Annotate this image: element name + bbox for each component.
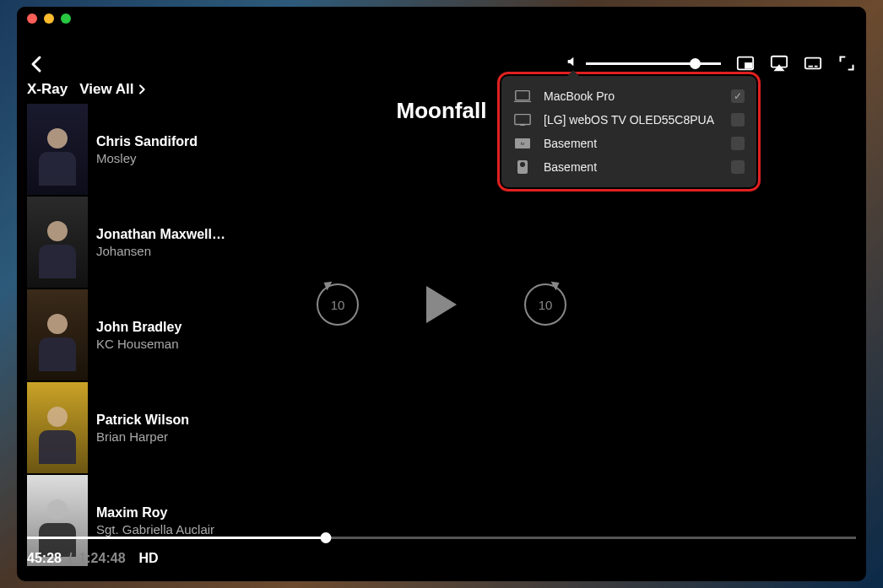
svg-rect-7: [516, 91, 530, 100]
airplay-checkbox[interactable]: [731, 89, 745, 103]
cast-text: Chris Sandiford Mosley: [96, 134, 198, 165]
fullscreen-button[interactable]: [837, 54, 856, 73]
back-button[interactable]: [27, 54, 51, 78]
volume-slider[interactable]: [586, 62, 721, 65]
cast-photo: [27, 104, 88, 195]
airplay-device-name: Basement: [544, 137, 719, 150]
pip-button[interactable]: [736, 54, 755, 73]
player-content: X-Ray View All Chris Sandiford Mosley Jo…: [17, 30, 866, 581]
play-button[interactable]: [426, 286, 457, 323]
cast-text: Jonathan Maxwell… Johansen: [96, 227, 225, 258]
skip-forward-button[interactable]: 10: [524, 283, 566, 326]
airplay-device-name: MacBook Pro: [544, 89, 719, 103]
player-window: X-Ray View All Chris Sandiford Mosley Jo…: [17, 7, 866, 581]
captions-button[interactable]: [804, 54, 822, 73]
cast-list: Chris Sandiford Mosley Jonathan Maxwell……: [27, 103, 263, 567]
titlebar: [17, 7, 866, 30]
skip-forward-label: 10: [539, 298, 553, 312]
cast-item[interactable]: Patrick Wilson Brian Harper: [27, 381, 263, 474]
top-right-controls: [566, 54, 856, 73]
time-separator: /: [68, 551, 72, 566]
role-name: Sgt. Gabriella Auclair: [96, 522, 214, 537]
svg-marker-3: [775, 66, 783, 71]
actor-name: Patrick Wilson: [96, 413, 189, 428]
airplay-device-popup: MacBook Pro [LG] webOS TV OLED55C8PUA tv…: [501, 76, 756, 187]
airplay-checkbox[interactable]: [731, 160, 745, 174]
volume-icon: [566, 55, 579, 72]
movie-title: Moonfall: [397, 98, 487, 124]
laptop-icon: [513, 89, 532, 103]
actor-name: Jonathan Maxwell…: [96, 227, 225, 242]
airplay-device-row[interactable]: Basement: [501, 155, 756, 179]
airplay-device-row[interactable]: tv Basement: [501, 132, 756, 155]
cast-photo: [27, 382, 88, 473]
role-name: Johansen: [96, 244, 225, 258]
scrubber-thumb[interactable]: [320, 532, 331, 543]
playback-controls: 10 10: [17, 283, 866, 326]
cast-item[interactable]: Jonathan Maxwell… Johansen: [27, 196, 263, 289]
volume-control[interactable]: [566, 55, 721, 72]
role-name: KC Houseman: [96, 337, 181, 351]
airplay-device-row[interactable]: [LG] webOS TV OLED55C8PUA: [501, 108, 756, 132]
airplay-button[interactable]: [770, 54, 788, 73]
airplay-checkbox[interactable]: [731, 137, 745, 150]
airplay-device-row[interactable]: MacBook Pro: [501, 84, 756, 108]
cast-text: Maxim Roy Sgt. Gabriella Auclair: [96, 505, 214, 537]
role-name: Mosley: [96, 151, 198, 165]
tv-icon: [513, 113, 532, 127]
actor-name: Chris Sandiford: [96, 134, 198, 149]
airplay-checkbox[interactable]: [731, 113, 745, 127]
speaker-icon: [513, 160, 532, 174]
xray-label: X-Ray: [27, 81, 68, 98]
window-minimize-button[interactable]: [44, 13, 54, 24]
time-current: 45:28: [27, 551, 62, 566]
time-total: 1:24:48: [79, 551, 125, 566]
quality-badge: HD: [139, 551, 159, 566]
time-row: 45:28 / 1:24:48 HD: [27, 551, 856, 566]
xray-header: X-Ray View All: [27, 81, 149, 98]
xray-view-all-button[interactable]: View All: [79, 81, 149, 98]
window-zoom-button[interactable]: [61, 13, 71, 24]
cast-text: Patrick Wilson Brian Harper: [96, 413, 189, 444]
bottom-bar: 45:28 / 1:24:48 HD: [27, 537, 856, 566]
airplay-device-name: Basement: [544, 160, 719, 174]
cast-photo: [27, 197, 88, 288]
cast-item[interactable]: Chris Sandiford Mosley: [27, 103, 263, 196]
role-name: Brian Harper: [96, 429, 189, 444]
svg-rect-9: [515, 115, 530, 125]
airplay-device-name: [LG] webOS TV OLED55C8PUA: [544, 113, 719, 127]
window-close-button[interactable]: [27, 13, 37, 24]
skip-back-button[interactable]: 10: [317, 283, 359, 326]
xray-view-all-label: View All: [79, 81, 133, 98]
appletv-icon: tv: [513, 137, 532, 150]
actor-name: Maxim Roy: [96, 505, 214, 521]
svg-rect-1: [745, 63, 751, 68]
skip-back-label: 10: [331, 298, 345, 312]
scrubber[interactable]: [27, 537, 856, 539]
